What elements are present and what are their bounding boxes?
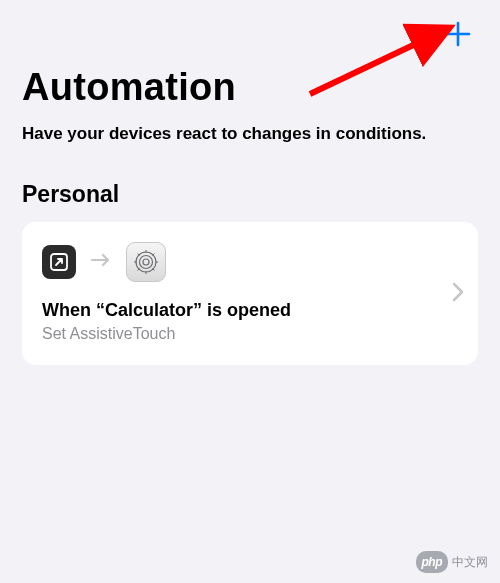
arrow-right-icon bbox=[90, 251, 112, 273]
svg-point-4 bbox=[140, 256, 153, 269]
settings-app-icon bbox=[126, 242, 166, 282]
header bbox=[22, 0, 478, 48]
automation-icon-row bbox=[42, 242, 460, 282]
section-title: Personal bbox=[22, 181, 478, 208]
automation-subtitle: Set AssistiveTouch bbox=[42, 325, 460, 343]
automation-card[interactable]: When “Calculator” is opened Set Assistiv… bbox=[22, 222, 478, 365]
plus-icon bbox=[445, 21, 471, 47]
shortcuts-app-icon bbox=[42, 245, 76, 279]
page-title: Automation bbox=[22, 66, 478, 109]
watermark-text: 中文网 bbox=[452, 554, 488, 571]
watermark: php 中文网 bbox=[416, 551, 489, 573]
svg-point-5 bbox=[143, 259, 149, 265]
automation-title: When “Calculator” is opened bbox=[42, 300, 460, 321]
page-subtitle: Have your devices react to changes in co… bbox=[22, 123, 478, 145]
watermark-badge: php bbox=[416, 551, 449, 573]
chevron-right-icon bbox=[452, 282, 464, 306]
add-button[interactable] bbox=[442, 18, 474, 50]
